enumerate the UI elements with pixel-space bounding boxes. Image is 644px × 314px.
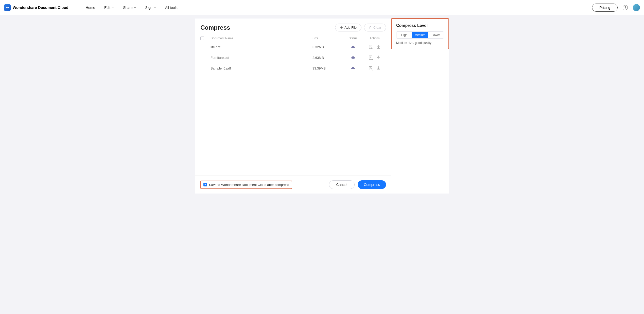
level-medium[interactable]: Medium xyxy=(412,32,428,38)
add-file-label: Add File xyxy=(344,26,357,29)
compress-button[interactable]: Compress xyxy=(358,180,386,189)
clear-button[interactable]: Clear xyxy=(364,24,386,31)
nav-all-tools[interactable]: All tools xyxy=(165,6,178,10)
column-header-size: Size xyxy=(312,37,343,40)
level-lower[interactable]: Lower xyxy=(428,32,444,38)
app-header: Wondershare Document Cloud Home Edit Sha… xyxy=(0,0,644,15)
level-high[interactable]: High xyxy=(396,32,412,38)
footer-actions: Cancel Compress xyxy=(329,180,386,189)
compress-level-panel: Compress Level High Medium Lower Medium … xyxy=(391,19,449,194)
save-to-cloud-checkbox[interactable] xyxy=(203,183,207,186)
download-icon[interactable] xyxy=(376,66,381,71)
content-area: Compress Add File Clear Document Name Si… xyxy=(0,15,644,194)
table-row: Sample_6.pdf 33.39MB xyxy=(195,63,391,74)
cloud-icon xyxy=(351,56,355,59)
file-size: 2.63MB xyxy=(312,56,343,60)
cancel-button[interactable]: Cancel xyxy=(329,180,355,189)
trash-icon xyxy=(369,26,372,29)
download-icon[interactable] xyxy=(376,45,381,49)
compress-level-title: Compress Level xyxy=(396,23,444,28)
compress-level-segment: High Medium Lower xyxy=(396,31,444,39)
logo-text: Wondershare Document Cloud xyxy=(13,5,68,10)
plus-icon xyxy=(340,26,343,29)
column-header-name: Document Name xyxy=(211,37,312,40)
compress-level-highlight: Compress Level High Medium Lower Medium … xyxy=(391,18,449,49)
cloud-icon xyxy=(351,45,355,48)
table-header-row: Document Name Size Status Actions xyxy=(195,34,391,42)
nav-share[interactable]: Share xyxy=(123,6,136,10)
compress-level-desc: Medium size, good quality xyxy=(396,41,444,45)
avatar[interactable] xyxy=(633,4,640,11)
main-nav: Home Edit Share Sign All tools xyxy=(86,6,178,10)
save-to-cloud-highlight: Save to Wondershare Document Cloud after… xyxy=(200,181,292,189)
nav-home[interactable]: Home xyxy=(86,6,95,10)
header-right: Pricing ? xyxy=(592,4,640,12)
add-file-button[interactable]: Add File xyxy=(335,24,361,31)
help-icon[interactable]: ? xyxy=(623,5,628,10)
nav-all-tools-label: All tools xyxy=(165,6,178,10)
nav-share-label: Share xyxy=(123,6,132,10)
clear-label: Clear xyxy=(373,26,381,29)
nav-home-label: Home xyxy=(86,6,95,10)
logo[interactable]: Wondershare Document Cloud xyxy=(4,4,68,11)
card-footer: Save to Wondershare Document Cloud after… xyxy=(195,176,391,194)
chevron-down-icon xyxy=(153,6,156,9)
svg-point-5 xyxy=(371,69,372,70)
table-body: life.pdf 3.32MB Furniture.pdf 2.63MB Sam… xyxy=(195,42,391,74)
select-all-checkbox[interactable] xyxy=(200,37,204,40)
file-size: 3.32MB xyxy=(312,45,343,49)
download-icon[interactable] xyxy=(376,55,381,60)
preview-icon[interactable] xyxy=(369,55,373,60)
chevron-down-icon xyxy=(111,6,114,9)
nav-edit[interactable]: Edit xyxy=(104,6,114,10)
nav-sign-label: Sign xyxy=(145,6,152,10)
cloud-icon xyxy=(351,66,355,69)
column-header-actions: Actions xyxy=(363,37,386,40)
svg-point-3 xyxy=(371,58,372,59)
table-row: Furniture.pdf 2.63MB xyxy=(195,52,391,63)
file-name: Furniture.pdf xyxy=(211,56,312,60)
preview-icon[interactable] xyxy=(369,66,373,71)
preview-icon[interactable] xyxy=(369,45,373,49)
nav-sign[interactable]: Sign xyxy=(145,6,156,10)
svg-point-1 xyxy=(371,47,372,49)
compress-card: Compress Add File Clear Document Name Si… xyxy=(195,19,391,194)
chevron-down-icon xyxy=(134,6,136,9)
file-name: life.pdf xyxy=(211,45,312,49)
column-header-status: Status xyxy=(343,37,363,40)
page-title: Compress xyxy=(200,24,333,31)
card-header: Compress Add File Clear xyxy=(195,19,391,34)
pricing-button[interactable]: Pricing xyxy=(592,4,618,12)
file-size: 33.39MB xyxy=(312,66,343,70)
save-to-cloud-label: Save to Wondershare Document Cloud after… xyxy=(209,183,289,187)
file-name: Sample_6.pdf xyxy=(211,66,312,70)
nav-edit-label: Edit xyxy=(104,6,110,10)
table-row: life.pdf 3.32MB xyxy=(195,42,391,52)
logo-icon xyxy=(4,4,11,11)
